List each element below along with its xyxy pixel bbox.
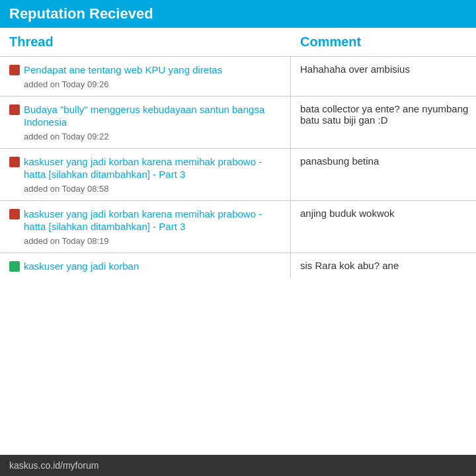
thread-link[interactable]: kaskuser yang jadi korban [24, 260, 139, 273]
page-header: Reputation Recieved [0, 0, 476, 28]
cell-comment: anjing buduk wokwok [291, 201, 476, 253]
thread-title-row: kaskuser yang jadi korban [9, 260, 284, 273]
page-title: Reputation Recieved [9, 5, 467, 22]
cell-thread: kaskuser yang jadi korban karena memihak… [0, 201, 291, 253]
table-row: kaskuser yang jadi korban sis Rara kok a… [0, 253, 476, 278]
table-row: kaskuser yang jadi korban karena memihak… [0, 149, 476, 201]
thread-added-date: added on Today 08:19 [24, 236, 284, 246]
cell-thread: Budaya "bully" menggerus kebudayaan sant… [0, 97, 291, 148]
thread-title-row: kaskuser yang jadi korban karena memihak… [9, 208, 284, 233]
thread-title-row: Pendapat ane tentang web KPU yang direta… [9, 63, 284, 77]
cell-comment: panasbung betina [291, 149, 476, 200]
thread-link[interactable]: kaskuser yang jadi korban karena memihak… [24, 208, 284, 233]
cell-comment: sis Rara kok abu? ane [291, 253, 476, 278]
table-body: Pendapat ane tentang web KPU yang direta… [0, 57, 476, 455]
reputation-icon [9, 104, 20, 115]
thread-added-date: added on Today 09:26 [24, 79, 284, 89]
cell-comment: bata collector ya ente? ane nyumbang bat… [291, 97, 476, 148]
cell-thread: Pendapat ane tentang web KPU yang direta… [0, 57, 291, 96]
table-row: Pendapat ane tentang web KPU yang direta… [0, 57, 476, 97]
table-row: Budaya "bully" menggerus kebudayaan sant… [0, 97, 476, 149]
comment-column-header: Comment [291, 34, 476, 50]
reputation-icon [9, 261, 20, 272]
thread-column-header: Thread [0, 34, 291, 50]
thread-added-date: added on Today 09:22 [24, 132, 284, 141]
thread-title-row: kaskuser yang jadi korban karena memihak… [9, 155, 284, 181]
footer-url: kaskus.co.id/myforum [9, 460, 99, 471]
thread-added-date: added on Today 08:58 [24, 184, 284, 194]
cell-comment: Hahahaha over ambisius [291, 57, 476, 96]
thread-link[interactable]: kaskuser yang jadi korban karena memihak… [24, 155, 284, 181]
reputation-icon [9, 209, 20, 219]
cell-thread: kaskuser yang jadi korban [0, 253, 291, 278]
reputation-icon [9, 65, 20, 75]
cell-thread: kaskuser yang jadi korban karena memihak… [0, 149, 291, 200]
footer-bar: kaskus.co.id/myforum [0, 455, 476, 476]
table-row: kaskuser yang jadi korban karena memihak… [0, 201, 476, 253]
thread-link[interactable]: Budaya "bully" menggerus kebudayaan sant… [24, 103, 284, 129]
thread-link[interactable]: Pendapat ane tentang web KPU yang direta… [24, 63, 222, 77]
table-header: Thread Comment [0, 28, 476, 57]
thread-title-row: Budaya "bully" menggerus kebudayaan sant… [9, 103, 284, 129]
reputation-icon [9, 157, 20, 167]
